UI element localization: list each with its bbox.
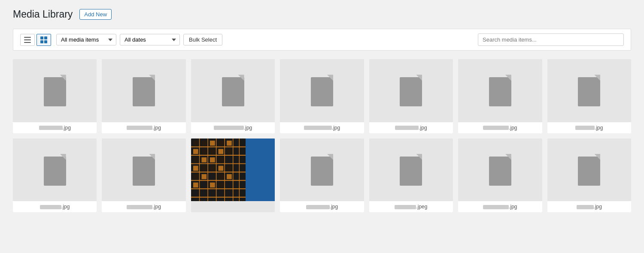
media-thumbnail [191, 59, 275, 122]
redacted-name [127, 205, 152, 209]
list-item[interactable]: .jpg [458, 59, 542, 133]
media-thumbnail [13, 139, 97, 202]
toolbar: All media items Images Audio Video Docum… [13, 29, 631, 51]
redacted-name [483, 126, 509, 130]
media-label: .jpg [13, 122, 97, 133]
svg-rect-46 [193, 182, 198, 187]
media-type-filter[interactable]: All media items Images Audio Video Docum… [56, 34, 116, 45]
media-thumbnail [102, 139, 185, 202]
grid-view-button[interactable] [36, 34, 51, 46]
list-item[interactable]: .jpg [547, 59, 631, 133]
date-filter[interactable]: All dates January 2024 February 2024 [120, 34, 180, 45]
media-label: .jpg [102, 122, 185, 133]
file-icon [487, 154, 513, 186]
media-thumbnail [547, 59, 631, 122]
svg-rect-40 [218, 166, 223, 171]
svg-rect-5 [40, 40, 43, 43]
svg-rect-24 [201, 140, 207, 145]
page-title: Media Library [13, 9, 73, 20]
media-label: .jpg [191, 122, 275, 133]
media-label: .jpg [369, 122, 453, 133]
list-icon [24, 37, 31, 43]
svg-rect-47 [210, 182, 215, 187]
redacted-name [40, 205, 61, 209]
search-wrap [478, 33, 624, 46]
redacted-name [395, 126, 419, 130]
grid-icon [40, 36, 47, 43]
redacted-name [39, 126, 63, 130]
media-grid: .jpg .jpg [13, 59, 631, 212]
media-thumbnail [13, 59, 97, 122]
file-icon [309, 154, 335, 186]
svg-rect-33 [193, 157, 198, 163]
svg-rect-2 [24, 42, 31, 43]
svg-rect-25 [210, 140, 215, 145]
svg-rect-38 [201, 166, 207, 171]
svg-rect-36 [218, 157, 223, 163]
file-icon [42, 154, 68, 186]
media-label: .jpeg [369, 201, 453, 212]
svg-rect-0 [24, 37, 31, 38]
file-icon [576, 154, 602, 186]
svg-rect-27 [227, 140, 232, 145]
svg-rect-49 [246, 139, 275, 202]
media-label: .jpg [102, 201, 185, 212]
list-item[interactable]: .jpg [13, 59, 97, 133]
media-thumbnail [280, 139, 364, 202]
list-view-button[interactable] [20, 34, 35, 46]
list-item[interactable]: .jpg [369, 59, 453, 133]
view-toggle [20, 34, 51, 46]
list-item[interactable]: .jpg [547, 139, 631, 213]
list-item[interactable]: .jpg [102, 59, 185, 133]
redacted-name [304, 126, 332, 130]
list-item[interactable]: .jpg [13, 139, 97, 213]
search-input[interactable] [478, 33, 624, 46]
svg-rect-39 [210, 166, 215, 171]
list-item[interactable]: .jpg [458, 139, 542, 213]
svg-rect-48 [218, 182, 223, 187]
list-item[interactable]: .jpg [280, 59, 364, 133]
list-item[interactable]: .jpg [102, 139, 185, 213]
file-icon [487, 75, 513, 106]
building-photo [191, 139, 275, 202]
media-label: .jpg [458, 201, 542, 212]
media-thumbnail [458, 59, 542, 122]
svg-rect-42 [193, 174, 198, 179]
file-icon [131, 75, 157, 106]
redacted-name [395, 205, 416, 209]
svg-rect-31 [218, 149, 223, 154]
add-new-button[interactable]: Add New [79, 9, 112, 20]
svg-rect-43 [201, 174, 207, 179]
redacted-name [214, 126, 244, 130]
media-label: .jpg [547, 122, 631, 133]
svg-rect-41 [227, 166, 232, 171]
svg-rect-45 [227, 174, 232, 179]
svg-rect-6 [44, 40, 47, 43]
svg-rect-23 [193, 140, 198, 145]
list-item[interactable] [191, 139, 275, 213]
file-icon [398, 154, 424, 186]
svg-rect-44 [218, 174, 223, 179]
redacted-name [483, 205, 509, 209]
svg-rect-28 [193, 149, 198, 154]
bulk-select-button[interactable]: Bulk Select [183, 34, 222, 45]
page-wrapper: Media Library Add New A [0, 0, 644, 221]
file-icon [309, 75, 335, 106]
redacted-name [306, 205, 330, 209]
list-item[interactable]: .jpeg [369, 139, 453, 213]
svg-rect-32 [227, 149, 232, 154]
redacted-name [127, 126, 152, 130]
file-icon [131, 154, 157, 186]
list-item[interactable]: .jpg [191, 59, 275, 133]
media-thumbnail [369, 139, 453, 202]
media-label: .jpg [547, 201, 631, 212]
list-item[interactable]: .jpg [280, 139, 364, 213]
media-thumbnail [369, 59, 453, 122]
media-thumbnail [280, 59, 364, 122]
media-thumbnail [458, 139, 542, 202]
svg-rect-37 [193, 166, 198, 171]
media-label: .jpg [13, 201, 97, 212]
redacted-name [577, 205, 594, 209]
media-label: .jpg [280, 201, 364, 212]
media-thumbnail [102, 59, 185, 122]
